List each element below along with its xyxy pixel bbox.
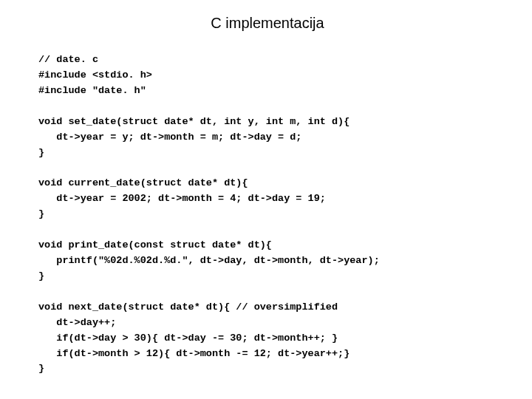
code-line: } <box>38 147 44 158</box>
code-line: if(dt->day > 30){ dt->day -= 30; dt->mon… <box>38 332 338 344</box>
code-line: if(dt->month > 12){ dt->month -= 12; dt-… <box>38 348 349 359</box>
code-line: void current_date(struct date* dt){ <box>38 177 248 188</box>
code-line: printf("%02d.%02d.%d.", dt->day, dt->mon… <box>38 255 380 266</box>
code-line: void set_date(struct date* dt, int y, in… <box>38 116 349 127</box>
code-line: } <box>38 270 44 282</box>
slide-container: C implementacija // date. c #include <st… <box>0 0 532 399</box>
code-line: void print_date(const struct date* dt){ <box>38 239 272 250</box>
code-line: #include <stdio. h> <box>38 69 152 81</box>
code-line: // date. c <box>38 54 98 65</box>
code-line: void next_date(struct date* dt){ // over… <box>38 301 338 313</box>
code-line: } <box>38 208 44 219</box>
code-line: } <box>38 363 44 374</box>
code-line: dt->year = y; dt->month = m; dt->day = d… <box>38 132 301 143</box>
code-line: #include "date. h" <box>38 85 146 96</box>
slide-title: C implementacija <box>38 15 497 32</box>
code-line: dt->year = 2002; dt->month = 4; dt->day … <box>38 193 326 204</box>
code-block: // date. c #include <stdio. h> #include … <box>38 52 497 377</box>
code-line: dt->day++; <box>38 317 116 328</box>
